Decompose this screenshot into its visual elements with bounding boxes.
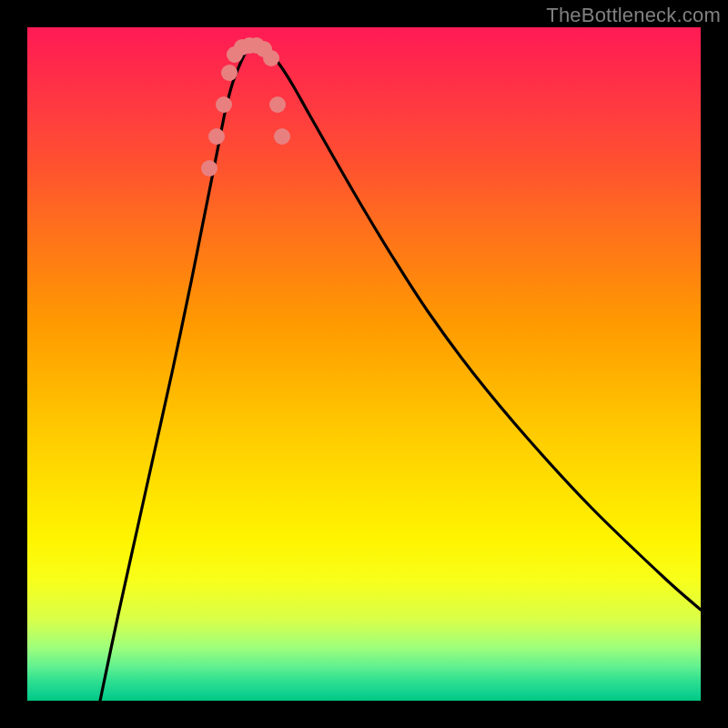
curve-dots-group [201,37,290,177]
bottleneck-curve-svg [27,27,701,701]
chart-frame: TheBottleneck.com [0,0,728,728]
curve-dot [274,128,290,145]
curve-dot [201,160,217,177]
curve-dot [269,96,286,113]
curve-dot [208,128,225,145]
watermark-text: TheBottleneck.com [546,4,721,27]
curve-dot [216,96,232,113]
curve-dot [221,65,238,81]
bottleneck-curve-path [100,46,701,701]
curve-dot [263,50,279,66]
plot-area [27,27,701,701]
